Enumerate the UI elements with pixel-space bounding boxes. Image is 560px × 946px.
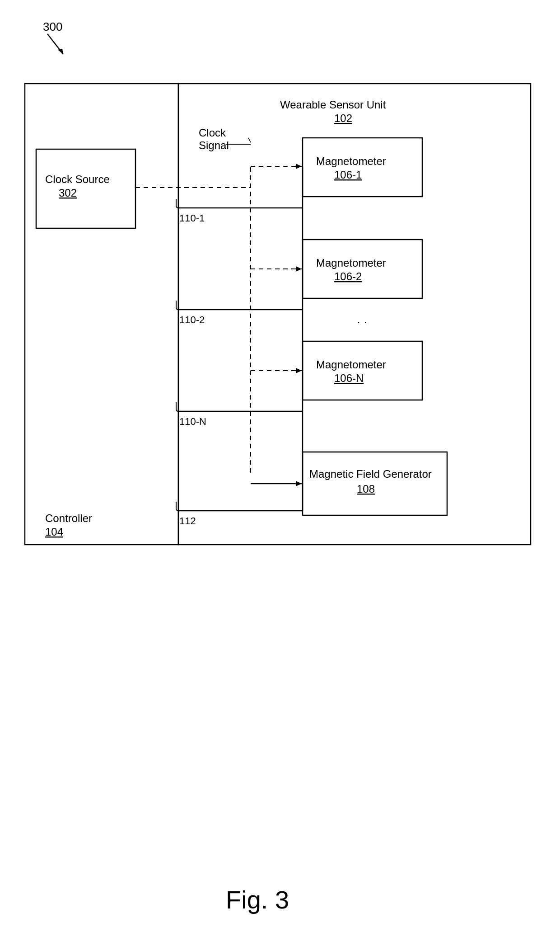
arrow-to-mfg: [296, 481, 302, 486]
magnetic-field-generator-ref: 108: [357, 483, 375, 495]
magnetometer-2-ref: 106-2: [334, 270, 362, 282]
wearable-sensor-label: Wearable Sensor Unit: [280, 99, 386, 111]
arrow-to-mag1: [296, 164, 302, 169]
magnetometer-n-box: [303, 341, 422, 400]
label-110-1: 110-1: [179, 212, 205, 224]
magnetometer-n-label: Magnetometer: [316, 358, 386, 371]
arrow-to-magn: [296, 368, 302, 373]
magnetometer-n-ref: 106-N: [334, 372, 364, 384]
figure-reference-number: 300: [43, 20, 62, 33]
magnetometer-2-box: [303, 240, 422, 298]
clock-signal-label: Clock: [199, 127, 226, 139]
magnetic-field-generator-label: Magnetic Field Generator: [309, 468, 432, 480]
label-110-n: 110-N: [179, 416, 206, 427]
clock-source-ref: 302: [59, 187, 77, 199]
ellipsis: . .: [357, 312, 367, 326]
magnetometer-2-label: Magnetometer: [316, 257, 386, 269]
clock-signal-label2: Signal: [199, 139, 229, 151]
magnetometer-1-label: Magnetometer: [316, 155, 386, 167]
clock-source-box: [36, 149, 135, 228]
svg-marker-1: [58, 49, 63, 54]
wearable-sensor-ref: 102: [334, 112, 352, 124]
label-110-2: 110-2: [179, 314, 205, 325]
label-112: 112: [179, 515, 196, 527]
controller-box: [25, 84, 178, 545]
magnetometer-1-ref: 106-1: [334, 169, 362, 181]
controller-label: Controller: [45, 512, 92, 524]
svg-line-2: [248, 138, 251, 142]
arrow-to-mag2: [296, 266, 302, 272]
diagram-container: 300 Controller 104 Clock Source 302 Wear…: [0, 0, 560, 946]
clock-source-label: Clock Source: [45, 173, 110, 185]
controller-ref: 104: [45, 526, 63, 538]
figure-label: Fig. 3: [226, 885, 289, 914]
magnetometer-1-box: [303, 138, 422, 197]
